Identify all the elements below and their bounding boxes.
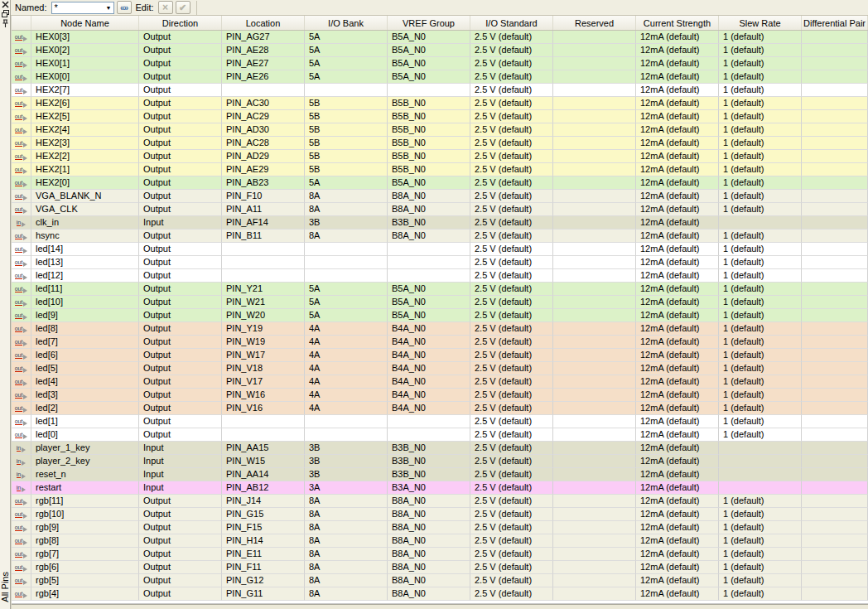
cell-slew-rate[interactable]: 1 (default)	[719, 97, 802, 110]
cell-io-standard[interactable]: 2.5 V (default)	[470, 455, 553, 468]
cell-current-strength[interactable]: 12mA (default)	[636, 428, 719, 442]
cell-reserved[interactable]	[553, 442, 636, 455]
cell-reserved[interactable]	[553, 243, 636, 256]
cell-vref-group[interactable]: B4A_N0	[388, 389, 470, 402]
cell-current-strength[interactable]: 12mA (default)	[636, 283, 719, 296]
cell-io-standard[interactable]: 2.5 V (default)	[470, 243, 553, 256]
cell-io-bank[interactable]: 3B	[305, 216, 388, 230]
cell-direction[interactable]: Output	[139, 561, 222, 574]
cell-direction[interactable]: Output	[139, 150, 222, 163]
cell-direction[interactable]: Output	[139, 137, 222, 150]
cell-differential-pair[interactable]	[802, 442, 868, 455]
cell-location[interactable]: PIN_B11	[222, 230, 305, 243]
cell-location[interactable]: PIN_AA15	[222, 442, 305, 455]
cell-vref-group[interactable]: B8A_N0	[388, 534, 470, 548]
cell-io-bank[interactable]	[305, 84, 388, 97]
cell-io-standard[interactable]: 2.5 V (default)	[470, 256, 553, 269]
cell-current-strength[interactable]: 12mA (default)	[636, 336, 719, 349]
cell-differential-pair[interactable]	[802, 110, 868, 123]
cell-io-standard[interactable]: 2.5 V (default)	[470, 150, 553, 163]
table-row[interactable]: in restart Input PIN_AB12 3A B3A_N0 2.5 …	[12, 481, 868, 495]
cell-io-standard[interactable]: 2.5 V (default)	[470, 283, 553, 296]
header-current-strength[interactable]: Current Strength	[636, 16, 719, 30]
cell-current-strength[interactable]: 12mA (default)	[636, 84, 719, 97]
cell-reserved[interactable]	[553, 534, 636, 548]
cell-current-strength[interactable]: 12mA (default)	[636, 190, 719, 203]
table-row[interactable]: out led[10] Output PIN_W21 5A B5A_N0 2.5…	[12, 296, 868, 309]
cell-differential-pair[interactable]	[802, 176, 868, 190]
cell-reserved[interactable]	[553, 176, 636, 190]
cell-io-standard[interactable]: 2.5 V (default)	[470, 548, 553, 561]
cell-differential-pair[interactable]	[802, 309, 868, 322]
cell-vref-group[interactable]: B8A_N0	[388, 574, 470, 587]
cell-io-standard[interactable]: 2.5 V (default)	[470, 176, 553, 190]
cell-current-strength[interactable]: 12mA (default)	[636, 137, 719, 150]
cell-io-standard[interactable]: 2.5 V (default)	[470, 123, 553, 137]
cell-direction[interactable]: Input	[139, 455, 222, 468]
cell-vref-group[interactable]: B5A_N0	[388, 70, 470, 84]
table-row[interactable]: out HEX0[0] Output PIN_AE26 5A B5A_N0 2.…	[12, 70, 868, 84]
cell-direction[interactable]: Output	[139, 548, 222, 561]
cell-differential-pair[interactable]	[802, 269, 868, 283]
cell-slew-rate[interactable]: 1 (default)	[719, 137, 802, 150]
cell-io-bank[interactable]	[305, 256, 388, 269]
cell-io-bank[interactable]: 4A	[305, 349, 388, 362]
cell-reserved[interactable]	[553, 283, 636, 296]
table-row[interactable]: out HEX0[1] Output PIN_AE27 5A B5A_N0 2.…	[12, 57, 868, 70]
cell-slew-rate[interactable]	[719, 468, 802, 481]
table-row[interactable]: out led[4] Output PIN_V17 4A B4A_N0 2.5 …	[12, 375, 868, 389]
cell-direction[interactable]: Output	[139, 362, 222, 375]
cell-current-strength[interactable]: 12mA (default)	[636, 349, 719, 362]
cell-current-strength[interactable]: 12mA (default)	[636, 495, 719, 508]
table-row[interactable]: out rgb[5] Output PIN_G12 8A B8A_N0 2.5 …	[12, 574, 868, 587]
table-row[interactable]: out rgb[11] Output PIN_J14 8A B8A_N0 2.5…	[12, 495, 868, 508]
cell-vref-group[interactable]: B8A_N0	[388, 508, 470, 521]
cell-differential-pair[interactable]	[802, 415, 868, 428]
cell-slew-rate[interactable]: 1 (default)	[719, 110, 802, 123]
cell-slew-rate[interactable]: 1 (default)	[719, 349, 802, 362]
cell-current-strength[interactable]: 12mA (default)	[636, 296, 719, 309]
cell-current-strength[interactable]: 12mA (default)	[636, 163, 719, 176]
cell-slew-rate[interactable]: 1 (default)	[719, 561, 802, 574]
cell-vref-group[interactable]: B4A_N0	[388, 322, 470, 336]
cell-slew-rate[interactable]: 1 (default)	[719, 44, 802, 57]
cell-current-strength[interactable]: 12mA (default)	[636, 455, 719, 468]
cell-differential-pair[interactable]	[802, 362, 868, 375]
cell-current-strength[interactable]: 12mA (default)	[636, 203, 719, 216]
cell-node-name[interactable]: led[8]	[31, 322, 139, 336]
cell-slew-rate[interactable]: 1 (default)	[719, 283, 802, 296]
cell-io-standard[interactable]: 2.5 V (default)	[470, 375, 553, 389]
table-row[interactable]: out rgb[4] Output PIN_G11 8A B8A_N0 2.5 …	[12, 587, 868, 601]
cell-differential-pair[interactable]	[802, 508, 868, 521]
cell-io-standard[interactable]: 2.5 V (default)	[470, 137, 553, 150]
cell-node-name[interactable]: led[13]	[31, 256, 139, 269]
cell-io-bank[interactable]: 4A	[305, 389, 388, 402]
cell-differential-pair[interactable]	[802, 336, 868, 349]
cell-current-strength[interactable]: 12mA (default)	[636, 481, 719, 495]
cell-current-strength[interactable]: 12mA (default)	[636, 587, 719, 601]
cell-slew-rate[interactable]: 1 (default)	[719, 31, 802, 44]
cell-io-bank[interactable]: 8A	[305, 534, 388, 548]
cell-io-standard[interactable]: 2.5 V (default)	[470, 587, 553, 601]
cell-reserved[interactable]	[553, 322, 636, 336]
cell-location[interactable]	[222, 269, 305, 283]
cell-reserved[interactable]	[553, 455, 636, 468]
cell-differential-pair[interactable]	[802, 296, 868, 309]
cell-vref-group[interactable]	[388, 243, 470, 256]
table-row[interactable]: out led[0] Output 2.5 V (default) 12mA (…	[12, 428, 868, 442]
cell-io-bank[interactable]: 5A	[305, 309, 388, 322]
cell-differential-pair[interactable]	[802, 123, 868, 137]
cell-slew-rate[interactable]: 1 (default)	[719, 70, 802, 84]
cell-slew-rate[interactable]: 1 (default)	[719, 587, 802, 601]
cell-direction[interactable]: Output	[139, 336, 222, 349]
cell-io-bank[interactable]: 8A	[305, 561, 388, 574]
named-filter-combobox[interactable]: * ▼	[51, 2, 114, 14]
cell-differential-pair[interactable]	[802, 57, 868, 70]
cell-io-bank[interactable]	[305, 428, 388, 442]
cell-io-bank[interactable]: 5B	[305, 110, 388, 123]
cell-slew-rate[interactable]	[719, 216, 802, 230]
cell-io-standard[interactable]: 2.5 V (default)	[470, 561, 553, 574]
cell-current-strength[interactable]: 12mA (default)	[636, 534, 719, 548]
cell-differential-pair[interactable]	[802, 256, 868, 269]
cell-reserved[interactable]	[553, 57, 636, 70]
